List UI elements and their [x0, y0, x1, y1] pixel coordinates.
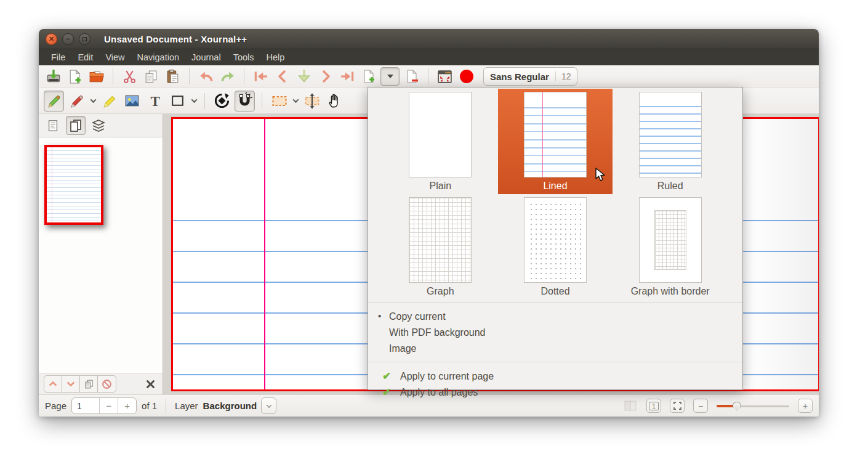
paper-type-label: Graph — [427, 286, 454, 297]
font-button[interactable]: Sans Regular 12 — [483, 67, 577, 86]
next-page-icon — [318, 69, 333, 84]
paper-type-label: Ruled — [657, 181, 683, 192]
fullscreen-button[interactable] — [435, 67, 454, 86]
delete-page-button[interactable] — [402, 67, 421, 86]
chevron-up-icon — [48, 379, 58, 389]
option-copy-current[interactable]: • Copy current — [368, 309, 742, 325]
shape-tool-button[interactable] — [167, 91, 188, 112]
hand-tool-button[interactable] — [324, 91, 345, 112]
sidebar-tab-contents[interactable] — [43, 116, 63, 135]
undo-button[interactable] — [196, 67, 215, 86]
menu-view[interactable]: View — [99, 51, 131, 63]
lined-preview-margin — [542, 92, 544, 177]
paper-type-dotted[interactable]: Dotted — [498, 194, 613, 299]
paper-type-graph-with-border[interactable]: Graph with border — [613, 194, 728, 299]
pen-icon — [46, 93, 62, 109]
copy-button[interactable] — [142, 67, 161, 86]
window-close-button[interactable]: ✕ — [46, 33, 57, 45]
checkmark-icon: ✔ — [382, 370, 391, 383]
cut-scissors-icon — [122, 69, 137, 84]
copy-page-button[interactable] — [80, 376, 98, 392]
open-button[interactable] — [87, 67, 106, 86]
select-options-chevron[interactable] — [291, 93, 300, 109]
page-label: Page — [45, 401, 66, 411]
color-picker-button[interactable] — [457, 67, 476, 86]
page-decrement-button[interactable]: − — [99, 398, 118, 413]
previous-page-button[interactable] — [273, 67, 292, 86]
toolbar-separator — [113, 68, 113, 84]
vertical-space-button[interactable] — [302, 91, 322, 112]
paper-type-graph[interactable]: Graph — [383, 194, 498, 299]
new-document-button[interactable] — [65, 67, 84, 86]
window-maximize-button[interactable] — [79, 33, 90, 45]
redo-button[interactable] — [218, 67, 237, 86]
shape-options-chevron[interactable] — [190, 93, 198, 109]
toolbar-separator — [204, 93, 205, 109]
page-number-input[interactable] — [72, 398, 99, 413]
hand-icon — [326, 92, 343, 109]
paste-clipboard-icon — [165, 69, 180, 84]
option-image[interactable]: Image — [368, 341, 742, 357]
magnet-icon — [236, 92, 253, 109]
layer-dropdown-button[interactable] — [261, 397, 276, 414]
goto-down-arrow-icon — [296, 68, 312, 84]
sidebar-close-button[interactable] — [143, 380, 158, 389]
open-folder-icon — [89, 68, 105, 84]
previous-page-icon — [275, 69, 290, 84]
save-button[interactable] — [44, 67, 63, 86]
menu-file[interactable]: File — [45, 51, 71, 63]
select-rectangle-button[interactable] — [269, 91, 289, 112]
page-preview-panel — [39, 137, 163, 373]
page-increment-button[interactable]: + — [118, 398, 136, 413]
page-type-dropdown-button[interactable] — [380, 67, 400, 86]
option-apply-current-page[interactable]: ✔ Apply to current page — [368, 368, 742, 385]
current-color-red-icon — [460, 70, 473, 83]
font-size-label: 12 — [555, 71, 571, 81]
menu-edit[interactable]: Edit — [71, 51, 99, 63]
move-page-down-button[interactable] — [62, 376, 80, 392]
new-page-icon — [361, 69, 376, 84]
move-page-up-button[interactable] — [44, 376, 62, 392]
next-page-button[interactable] — [316, 67, 335, 86]
cut-button[interactable] — [120, 67, 139, 86]
dotted-preview-dots — [528, 201, 583, 279]
eraser-tool-button[interactable] — [66, 91, 87, 112]
zoom-in-button[interactable]: + — [798, 399, 813, 413]
text-tool-button[interactable]: T — [145, 91, 165, 112]
ruled-preview-lines — [640, 106, 701, 175]
maximize-icon — [82, 37, 87, 41]
paste-button[interactable] — [163, 67, 182, 86]
page-actions-group — [44, 375, 116, 393]
graph-border-paper-preview — [639, 197, 702, 283]
grid-snapping-button[interactable] — [235, 91, 255, 112]
highlighter-tool-button[interactable] — [99, 91, 119, 112]
paper-type-lined[interactable]: Lined — [498, 89, 613, 194]
first-page-button[interactable] — [251, 67, 270, 86]
option-apply-all-pages[interactable]: ✔ Apply to all pages — [368, 385, 742, 401]
option-with-pdf-background[interactable]: With PDF background — [368, 325, 742, 341]
last-page-button[interactable] — [337, 67, 356, 86]
app-window: ✕ − Unsaved Document - Xournal++ File Ed… — [39, 29, 819, 417]
page-1-thumbnail[interactable] — [44, 145, 103, 225]
insert-image-button[interactable] — [122, 91, 142, 112]
new-page-after-button[interactable] — [359, 67, 378, 86]
menu-help[interactable]: Help — [260, 51, 291, 63]
paper-type-plain[interactable]: Plain — [383, 89, 498, 194]
sidebar-tab-layers[interactable] — [89, 116, 108, 135]
toolbar-separator — [428, 68, 428, 84]
goto-annotated-page-button[interactable] — [294, 67, 313, 86]
paper-type-ruled[interactable]: Ruled — [613, 89, 728, 194]
layers-icon — [91, 118, 106, 133]
sidebar-tab-page-preview[interactable] — [66, 116, 86, 135]
checkmark-icon: ✔ — [382, 386, 391, 399]
eraser-options-chevron[interactable] — [89, 93, 97, 109]
rotation-snapping-button[interactable] — [212, 91, 232, 112]
menu-tools[interactable]: Tools — [227, 51, 260, 63]
lined-preview-lines — [524, 107, 586, 175]
svg-text:T: T — [150, 93, 159, 108]
menu-journal[interactable]: Journal — [185, 51, 227, 63]
window-minimize-button[interactable]: − — [62, 33, 74, 45]
menu-navigation[interactable]: Navigation — [131, 51, 186, 63]
pen-tool-button[interactable] — [44, 91, 64, 112]
delete-page-sidebar-button[interactable] — [98, 376, 116, 392]
